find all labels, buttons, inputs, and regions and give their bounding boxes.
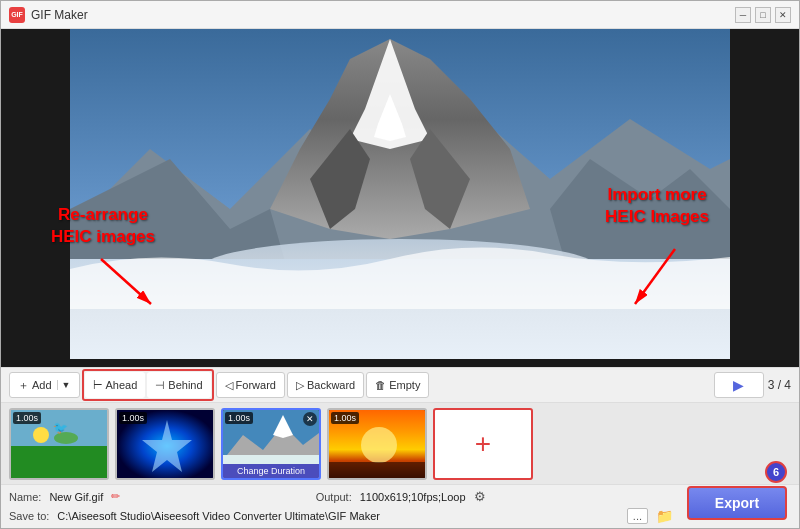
behind-button[interactable]: ⊣ Behind bbox=[147, 372, 210, 398]
behind-icon: ⊣ bbox=[155, 379, 165, 392]
toolbar: ＋ Add ▼ ⊢ Ahead ⊣ Behind ◁ Forward ▷ Bac… bbox=[1, 367, 799, 403]
plus-icon: ＋ bbox=[18, 378, 29, 393]
add-label: Add bbox=[32, 379, 52, 391]
bottom-bar: Name: New Gif.gif ✏ Output: 1100x619;10f… bbox=[1, 485, 799, 528]
export-area: 6 Export bbox=[687, 461, 787, 520]
film-item-1[interactable]: 🐦 1.00s bbox=[9, 408, 109, 480]
change-duration-label[interactable]: Change Duration bbox=[223, 464, 319, 478]
play-area: ▶ 3 / 4 bbox=[714, 372, 791, 398]
app-icon: GIF bbox=[9, 7, 25, 23]
film-item-3[interactable]: 1.00s ✕ Change Duration bbox=[221, 408, 321, 480]
dropdown-icon: ▼ bbox=[57, 380, 71, 390]
video-background bbox=[1, 29, 799, 367]
film-item-2[interactable]: 1.00s bbox=[115, 408, 215, 480]
empty-button[interactable]: 🗑 Empty bbox=[366, 372, 429, 398]
forward-icon: ◁ bbox=[225, 379, 233, 392]
empty-label: Empty bbox=[389, 379, 420, 391]
svg-point-27 bbox=[361, 427, 397, 463]
close-button[interactable]: ✕ bbox=[775, 7, 791, 23]
add-film-icon: + bbox=[475, 428, 491, 460]
main-window: GIF GIF Maker ─ □ ✕ bbox=[0, 0, 800, 529]
backward-icon: ▷ bbox=[296, 379, 304, 392]
ahead-label: Ahead bbox=[106, 379, 138, 391]
export-label: Export bbox=[715, 495, 759, 511]
name-label: Name: bbox=[9, 491, 41, 503]
page-counter: 3 / 4 bbox=[768, 378, 791, 392]
mountain-svg bbox=[70, 29, 730, 359]
name-output-row: Name: New Gif.gif ✏ Output: 1100x619;10f… bbox=[9, 489, 791, 504]
forward-label: Forward bbox=[236, 379, 276, 391]
ahead-button[interactable]: ⊢ Ahead bbox=[85, 372, 146, 398]
duration-badge-3: 1.00s bbox=[225, 412, 253, 424]
forward-button[interactable]: ◁ Forward bbox=[216, 372, 285, 398]
duration-badge-2: 1.00s bbox=[119, 412, 147, 424]
ahead-icon: ⊢ bbox=[93, 379, 103, 392]
badge-number: 6 bbox=[765, 461, 787, 483]
save-path: C:\Aiseesoft Studio\Aiseesoft Video Conv… bbox=[57, 510, 618, 522]
name-value: New Gif.gif bbox=[49, 491, 103, 503]
svg-rect-16 bbox=[11, 446, 109, 480]
backward-label: Backward bbox=[307, 379, 355, 391]
minimize-button[interactable]: ─ bbox=[735, 7, 751, 23]
output-label: Output: bbox=[316, 491, 352, 503]
svg-rect-28 bbox=[329, 462, 427, 480]
trash-icon: 🗑 bbox=[375, 379, 386, 391]
bottom-section: Name: New Gif.gif ✏ Output: 1100x619;10f… bbox=[1, 485, 799, 528]
browse-button[interactable]: ... bbox=[627, 508, 648, 524]
title-bar: GIF GIF Maker ─ □ ✕ bbox=[1, 1, 799, 29]
add-button[interactable]: ＋ Add ▼ bbox=[9, 372, 80, 398]
maximize-button[interactable]: □ bbox=[755, 7, 771, 23]
save-label: Save to: bbox=[9, 510, 49, 522]
add-film-button[interactable]: + bbox=[433, 408, 533, 480]
output-value: 1100x619;10fps;Loop bbox=[360, 491, 466, 503]
close-item-3[interactable]: ✕ bbox=[303, 412, 317, 426]
video-preview-area: Re-arrangeHEIC images Import moreHEIC Im… bbox=[1, 29, 799, 367]
window-controls: ─ □ ✕ bbox=[735, 7, 791, 23]
export-button[interactable]: Export bbox=[687, 486, 787, 520]
svg-text:🐦: 🐦 bbox=[53, 420, 68, 435]
save-path-row: Save to: C:\Aiseesoft Studio\Aiseesoft V… bbox=[9, 508, 791, 524]
backward-button[interactable]: ▷ Backward bbox=[287, 372, 364, 398]
duration-badge-4: 1.00s bbox=[331, 412, 359, 424]
play-button[interactable]: ▶ bbox=[714, 372, 764, 398]
ahead-behind-group: ⊢ Ahead ⊣ Behind bbox=[82, 369, 214, 401]
film-item-4[interactable]: 1.00s bbox=[327, 408, 427, 480]
svg-point-17 bbox=[33, 427, 49, 443]
window-title: GIF Maker bbox=[31, 8, 735, 22]
edit-name-icon[interactable]: ✏ bbox=[111, 490, 120, 503]
open-folder-icon[interactable]: 📁 bbox=[656, 508, 673, 524]
filmstrip: 🐦 1.00s bbox=[1, 403, 799, 485]
play-icon: ▶ bbox=[733, 377, 744, 393]
duration-badge-1: 1.00s bbox=[13, 412, 41, 424]
mountain-scene bbox=[70, 29, 730, 367]
behind-label: Behind bbox=[168, 379, 202, 391]
output-settings-icon[interactable]: ⚙ bbox=[474, 489, 486, 504]
